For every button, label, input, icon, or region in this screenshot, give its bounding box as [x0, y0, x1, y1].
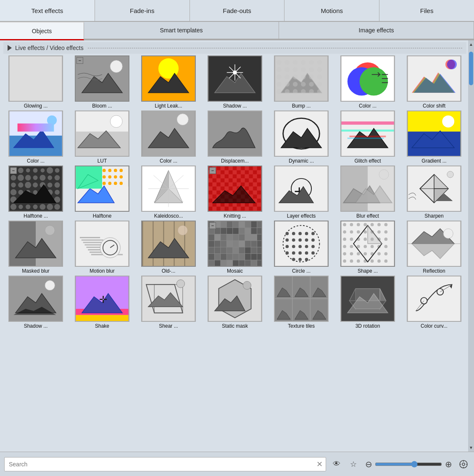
svg-point-469	[350, 230, 353, 234]
effect-item-mosaic[interactable]: −Mosaic	[203, 221, 267, 274]
effect-thumb-lut	[75, 110, 129, 157]
minus-badge-halftone1[interactable]: −	[10, 167, 17, 174]
scrollbar[interactable]: ▲ ▼	[468, 40, 474, 452]
tab-fade-outs[interactable]: Fade-outs	[190, 0, 285, 21]
tab-text-effects[interactable]: Text effects	[0, 0, 95, 21]
svg-rect-265	[241, 174, 245, 178]
tab-objects[interactable]: Objects	[0, 22, 84, 40]
effect-item-static-mask[interactable]: Static mask	[203, 276, 267, 329]
effect-item-color-wheel[interactable]: Color ...	[335, 55, 400, 109]
svg-rect-241	[233, 166, 237, 170]
scroll-down-arrow[interactable]: ▼	[468, 444, 474, 451]
svg-point-341	[447, 171, 453, 178]
scroll-up-arrow[interactable]: ▲	[468, 41, 474, 47]
effect-thumb-blur-effect	[340, 166, 395, 212]
svg-point-138	[47, 182, 53, 187]
effect-item-knitting[interactable]: −Knitting ...	[203, 166, 267, 219]
svg-point-114	[18, 182, 23, 187]
effect-item-texture-tiles[interactable]: Texture tiles	[269, 276, 334, 329]
effect-item-color-shift[interactable]: Color shift	[402, 55, 466, 109]
svg-rect-409	[239, 241, 245, 247]
minus-badge-knitting[interactable]: −	[209, 167, 216, 174]
effect-item-circle[interactable]: Circle ...	[269, 221, 334, 274]
svg-point-502	[384, 252, 388, 255]
effect-item-bump[interactable]: Bump ...	[269, 55, 334, 109]
svg-point-441	[292, 232, 295, 235]
tab-files[interactable]: Files	[379, 0, 474, 21]
svg-rect-426	[251, 260, 257, 266]
star-icon[interactable]: ☆	[347, 458, 360, 471]
effect-item-sharpen[interactable]: Sharpen	[402, 166, 466, 219]
scrollbar-thumb[interactable]	[469, 52, 473, 85]
svg-rect-191	[213, 187, 216, 190]
settings-icon[interactable]	[457, 458, 470, 471]
svg-rect-310	[257, 179, 261, 182]
svg-point-46	[301, 74, 306, 79]
effect-item-rotation-3d[interactable]: 3D rotation	[335, 276, 400, 329]
effect-item-blur-effect[interactable]: Blur effect	[335, 166, 400, 219]
svg-point-497	[377, 260, 381, 263]
effect-item-dynamic[interactable]: Dynamic ...	[269, 110, 334, 164]
zoom-minus-button[interactable]: ⊖	[364, 460, 373, 469]
zoom-controls: ⊖ ⊕	[364, 460, 453, 469]
svg-point-444	[292, 251, 295, 255]
svg-point-467	[343, 260, 346, 263]
svg-rect-376	[208, 254, 214, 260]
effect-item-color2[interactable]: Color ...	[3, 110, 68, 164]
svg-point-165	[119, 175, 123, 179]
svg-rect-94	[341, 121, 394, 125]
svg-point-454	[305, 251, 308, 255]
effect-item-displacement[interactable]: Displacem...	[203, 110, 267, 164]
zoom-slider[interactable]	[375, 461, 442, 468]
tab-motions[interactable]: Motions	[284, 0, 379, 21]
svg-rect-209	[221, 171, 224, 174]
effect-item-glitch[interactable]: Glitch effect	[335, 110, 400, 164]
effects-scroll-area[interactable]: Live effects / Video effects Glowing ...…	[0, 40, 468, 452]
svg-point-465	[343, 245, 346, 248]
effect-item-shear[interactable]: Shear ...	[136, 276, 201, 329]
effect-item-bloom[interactable]: −Bloom ...	[70, 55, 134, 109]
svg-rect-266	[241, 179, 245, 182]
effect-item-gradient[interactable]: Gradient ...	[402, 110, 466, 164]
section-divider	[88, 48, 462, 48]
svg-point-143	[55, 175, 60, 181]
svg-rect-408	[239, 234, 245, 240]
effect-item-layer-effects[interactable]: Layer effects	[269, 166, 334, 219]
effect-item-shadow2[interactable]: Shadow ...	[3, 276, 68, 329]
svg-rect-418	[245, 254, 250, 260]
svg-point-48	[301, 89, 306, 94]
effect-item-glowing[interactable]: Glowing ...	[3, 55, 68, 109]
svg-rect-382	[215, 247, 220, 253]
effect-item-kaleidoscope[interactable]: Kaleidosco...	[136, 166, 201, 219]
search-clear-icon[interactable]: ✕	[316, 460, 323, 469]
minus-badge-mosaic[interactable]: −	[209, 222, 216, 229]
effect-label-sharpen: Sharpen	[424, 213, 443, 219]
effect-item-motion-blur[interactable]: Motion blur	[70, 221, 134, 274]
effect-item-masked-blur[interactable]: Masked blur	[3, 221, 68, 274]
collapse-triangle[interactable]	[8, 45, 12, 51]
effect-item-lut[interactable]: LUT	[70, 110, 134, 164]
effect-item-shake[interactable]: ✛Shake	[70, 276, 134, 329]
effect-item-reflection[interactable]: Reflection	[402, 221, 466, 274]
tab-image-effects[interactable]: Image effects	[279, 22, 474, 39]
effect-item-color-curve[interactable]: Color curv...	[402, 276, 466, 329]
effect-item-light-leak[interactable]: Light Leak...	[136, 55, 201, 109]
search-input[interactable]	[4, 457, 326, 471]
minus-badge-bloom[interactable]: −	[76, 57, 83, 64]
effect-item-halftone1[interactable]: −Halftone ...	[3, 166, 68, 219]
effect-item-shape[interactable]: Shape ...	[335, 221, 400, 274]
zoom-plus-button[interactable]: ⊕	[444, 460, 453, 469]
effect-item-color3[interactable]: Color ...	[136, 110, 201, 164]
main-content: Live effects / Video effects Glowing ...…	[0, 40, 474, 452]
svg-point-499	[384, 230, 388, 234]
svg-point-142	[55, 168, 60, 173]
effect-item-shadow[interactable]: Shadow ...	[203, 55, 267, 109]
tab-smart-templates[interactable]: Smart templates	[84, 22, 279, 39]
svg-rect-363	[153, 221, 153, 266]
effect-item-halftone2[interactable]: Halftone	[70, 166, 134, 219]
svg-point-37	[284, 82, 290, 87]
eye-icon[interactable]: 👁	[330, 458, 343, 471]
tab-fade-ins[interactable]: Fade-ins	[95, 0, 190, 21]
effect-thumb-sharpen	[407, 166, 461, 212]
effect-item-old[interactable]: Old-...	[136, 221, 201, 274]
